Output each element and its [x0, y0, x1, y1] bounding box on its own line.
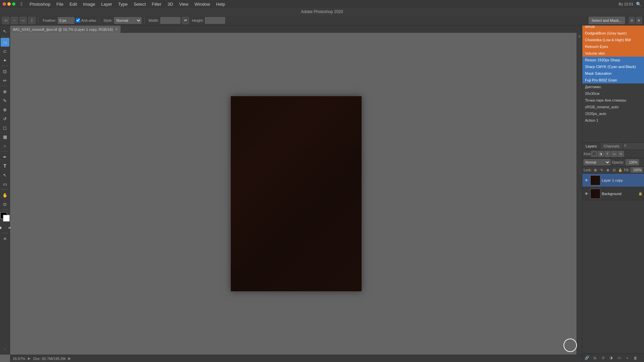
lock-position-btn[interactable]: ⊕	[605, 167, 610, 173]
layer-item-layer1copy[interactable]: 👁 Layer 1 copy	[582, 174, 644, 187]
action-dietmix[interactable]: Диетмикс	[582, 83, 644, 90]
tool-magic-wand[interactable]: ✦	[1, 56, 9, 65]
layer-fx-btn[interactable]: fx	[592, 355, 598, 361]
layer-visibility-background[interactable]: 👁	[584, 191, 589, 196]
new-layer-btn[interactable]: +	[624, 355, 631, 361]
layer-mask-btn[interactable]: ⊙	[600, 355, 606, 361]
tool-path-select[interactable]: ↖	[1, 171, 9, 179]
layer-visibility-layer1copy[interactable]: 👁	[584, 178, 589, 183]
menu-photoshop[interactable]: Photoshop	[27, 1, 53, 7]
tool-hand[interactable]: ✋	[1, 191, 9, 199]
background-color[interactable]	[3, 215, 10, 222]
swap-colors-btn[interactable]: ⇄	[5, 223, 14, 232]
screen-mode-btn[interactable]: ⊞	[636, 17, 642, 24]
tool-brush[interactable]: ✎	[1, 96, 9, 105]
menu-window[interactable]: Window	[192, 1, 213, 7]
menu-view[interactable]: View	[176, 1, 191, 7]
canvas-image[interactable]	[231, 96, 362, 291]
menu-filter[interactable]: Filter	[149, 1, 164, 7]
filter-type-btn[interactable]: T	[604, 151, 610, 157]
tool-dodge[interactable]: ○	[1, 141, 9, 150]
tool-single-col-btn[interactable]: |	[28, 17, 36, 24]
default-colors-btn[interactable]: ◨	[0, 223, 5, 232]
height-input[interactable]	[205, 17, 225, 24]
action-sharp-cmyk[interactable]: Sharp CMYK (Cyan and Black)	[582, 63, 644, 70]
arrange-btn[interactable]: ⊟	[629, 17, 635, 24]
tool-type[interactable]: T	[1, 162, 9, 170]
menu-file[interactable]: File	[54, 1, 66, 7]
anti-alias-option[interactable]: Anti-alias	[76, 18, 96, 22]
collapse-strip-btn[interactable]: ≡	[577, 34, 582, 39]
tool-marquee-rect[interactable]: ▭	[1, 38, 9, 47]
feather-input[interactable]	[58, 17, 74, 24]
layers-tab-channels[interactable]: Channels	[600, 143, 623, 149]
filter-shape-btn[interactable]: ▭	[611, 151, 617, 157]
menu-3d[interactable]: 3D	[165, 1, 176, 7]
menu-image[interactable]: Image	[80, 1, 98, 7]
filter-smart-btn[interactable]: ⊙	[618, 151, 624, 157]
action-1920px-auto[interactable]: 1920px_auto	[582, 110, 644, 117]
menu-help[interactable]: Help	[213, 1, 228, 7]
extra-tools-btn[interactable]: ···	[1, 345, 9, 353]
tool-gradient[interactable]: ▦	[1, 132, 9, 141]
edit-in-quick-mask-btn[interactable]: ⊞	[1, 234, 9, 243]
width-input[interactable]	[160, 17, 180, 24]
status-more-btn[interactable]: ▶	[68, 356, 71, 361]
tool-move[interactable]: ↖	[1, 27, 9, 36]
layer-link-btn[interactable]: 🔗	[584, 355, 590, 361]
layer-item-background[interactable]: 👁 Background 🔒	[582, 187, 644, 200]
document-tab[interactable]: IMG_6343_плохой_фон.tif @ 16,7% (Layer 1…	[10, 25, 121, 33]
tool-rect-marquee-btn[interactable]: ▭	[2, 17, 9, 24]
apple-menu-item[interactable]: 	[19, 1, 24, 7]
swap-dimensions-btn[interactable]: ⇄	[182, 17, 189, 24]
style-select[interactable]: Normal Fixed Ratio Fixed Size	[114, 17, 142, 24]
anti-alias-checkbox[interactable]	[76, 18, 80, 22]
search-icon[interactable]: 🔍	[636, 2, 641, 7]
tool-eraser[interactable]: ◻	[1, 123, 9, 132]
maximize-window-btn[interactable]	[12, 2, 15, 6]
tool-healing[interactable]: ⊕	[1, 87, 9, 96]
action-mask-saturation[interactable]: Mask Saturation	[582, 70, 644, 77]
action-dodge-burn[interactable]: Dodge&Burn (Grey layer)	[582, 30, 644, 37]
minimize-window-btn[interactable]	[7, 2, 11, 6]
tool-lasso[interactable]: ⊂	[1, 47, 9, 56]
layer-adjustment-btn[interactable]: ◑	[608, 355, 614, 361]
action-srgb-rename[interactable]: sRGB_rename_auto	[582, 104, 644, 110]
action-resize-1920[interactable]: Resize 1920px Sharp	[582, 57, 644, 63]
tool-clone-stamp[interactable]: ⊗	[1, 105, 9, 114]
action-action1[interactable]: Action 1	[582, 117, 644, 124]
tool-single-row-btn[interactable]: —	[19, 17, 27, 24]
tool-pen[interactable]: ✒	[1, 153, 9, 161]
close-window-btn[interactable]	[3, 2, 6, 6]
close-tab-btn[interactable]: ✕	[115, 27, 118, 31]
blend-mode-select[interactable]: Normal Multiply Screen Overlay	[584, 159, 610, 165]
filter-adjustment-btn[interactable]: ◑	[598, 151, 604, 157]
select-mask-button[interactable]: Select and Mask...	[589, 17, 625, 24]
fill-input[interactable]	[631, 167, 643, 173]
menu-select[interactable]: Select	[131, 1, 148, 7]
action-volume-skin[interactable]: Volume skin	[582, 50, 644, 57]
action-retouch-eyes[interactable]: Retouch Eyes	[582, 43, 644, 50]
action-tochka-tire[interactable]: Точка-тире Аня стикеры	[582, 97, 644, 104]
opacity-input[interactable]	[626, 159, 639, 165]
tool-zoom[interactable]: ⊙	[1, 200, 9, 208]
action-fuji-pro[interactable]: Fuji Pro 800Z Grain	[582, 77, 644, 83]
action-20x30[interactable]: 20x30см	[582, 90, 644, 97]
action-chastotka[interactable]: Chastotka (Low & High) BW	[582, 37, 644, 43]
lock-artboards-btn[interactable]: ⊡	[611, 167, 616, 173]
tool-crop[interactable]: ⊡	[1, 67, 9, 76]
layers-tab-layers[interactable]: Layers	[582, 143, 600, 149]
tool-eyedropper[interactable]: ✏	[1, 76, 9, 85]
lock-pixels-btn[interactable]: ✎	[599, 167, 604, 173]
lock-transparent-btn[interactable]: ⊞	[593, 167, 598, 173]
filter-pixel-btn[interactable]: ⬛	[591, 151, 597, 157]
tool-history-brush[interactable]: ↺	[1, 114, 9, 123]
delete-layer-btn[interactable]: 🗑	[632, 355, 639, 361]
layer-group-btn[interactable]: ▭	[616, 355, 623, 361]
menu-layer[interactable]: Layer	[99, 1, 115, 7]
menu-edit[interactable]: Edit	[67, 1, 79, 7]
lock-all-btn[interactable]: 🔒	[618, 167, 623, 173]
tool-ellipse-btn[interactable]: ○	[11, 17, 18, 24]
menu-type[interactable]: Type	[115, 1, 130, 7]
tool-shape[interactable]: ▭	[1, 180, 9, 188]
